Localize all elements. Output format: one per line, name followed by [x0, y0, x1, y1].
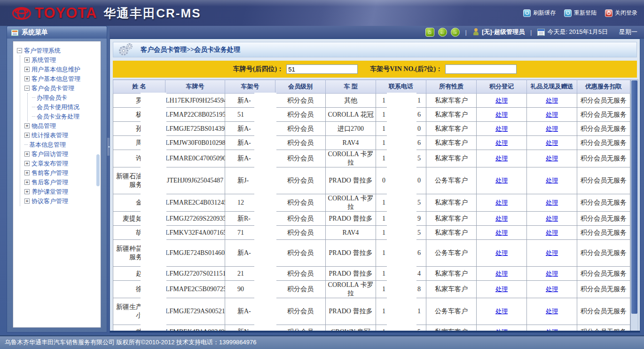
sidebar-subitem-1[interactable]: 会员卡使用情况: [32, 103, 100, 112]
phone-first-digit: 0: [382, 177, 385, 184]
sidebar-item-label[interactable]: 物品管理: [31, 122, 56, 129]
sidebar-item-label[interactable]: 客户会员卡管理: [31, 85, 74, 92]
sidebar-item-12[interactable]: +协议客户管理: [24, 197, 100, 206]
sidebar-item-label[interactable]: 系统管理: [31, 56, 56, 63]
sidebar-item-label[interactable]: 售后客户管理: [31, 179, 68, 186]
gift-process-link[interactable]: 处理: [546, 229, 558, 236]
points-process-link[interactable]: 处理: [495, 270, 508, 277]
expand-icon[interactable]: +: [24, 198, 30, 204]
sidebar-item-7[interactable]: +客户回访管理: [24, 150, 100, 159]
plate-cell: LFMGJE729AS005216: [165, 298, 225, 325]
expand-icon[interactable]: +: [24, 76, 30, 81]
gift-process-link[interactable]: 处理: [546, 215, 558, 222]
gift-process-link[interactable]: 处理: [546, 286, 558, 293]
user-name: [无]-超级管理员: [482, 28, 525, 36]
expand-icon[interactable]: +: [24, 170, 30, 175]
tree-scrollbar-thumb[interactable]: [96, 154, 100, 186]
sidebar-item-10[interactable]: +售后客户管理: [24, 178, 100, 187]
points-process-link[interactable]: 处理: [495, 155, 508, 162]
plate-input[interactable]: [286, 64, 358, 74]
name-cell: 周: [113, 136, 165, 150]
service-deduct-cell: 积分会员无服务: [577, 267, 630, 281]
sidebar-subitem-label[interactable]: 会员卡业务处理: [37, 113, 79, 120]
collapse-icon[interactable]: −: [17, 48, 22, 53]
table-scrollbar[interactable]: [630, 79, 638, 333]
sidebar-item-11[interactable]: +养护课堂管理: [24, 187, 100, 197]
sidebar-item-label[interactable]: 用户基本信息维护: [31, 66, 80, 73]
tree-root-item[interactable]: −客户管理系统: [17, 46, 100, 56]
sidebar-item-label[interactable]: 文章发布管理: [31, 160, 68, 167]
table-scrollbar-thumb[interactable]: [631, 80, 637, 314]
redaction-mask: [387, 149, 416, 168]
sidebar-item-label[interactable]: 养护课堂管理: [31, 188, 68, 195]
expand-icon[interactable]: +: [24, 151, 30, 157]
expand-icon[interactable]: +: [24, 67, 30, 72]
points-process-link[interactable]: 处理: [495, 229, 508, 236]
gift-process-link[interactable]: 处理: [546, 328, 558, 333]
phone-first-digit: 1: [382, 97, 385, 104]
sidebar-item-label[interactable]: 基本信息管理: [29, 141, 66, 148]
gift-process-link[interactable]: 处理: [546, 199, 558, 206]
points-process-link[interactable]: 处理: [495, 125, 508, 132]
gift-process-link[interactable]: 处理: [546, 270, 558, 277]
service-deduct-cell: 积分会员无服务: [577, 108, 630, 122]
sidebar-item-label[interactable]: 客户基本信息管理: [31, 75, 80, 82]
points-process-link[interactable]: 处理: [495, 139, 508, 146]
sidebar-item-9[interactable]: +售前客户管理: [24, 168, 100, 178]
tree-root-label[interactable]: 客户管理系统: [24, 47, 61, 54]
points-process-link[interactable]: 处理: [495, 328, 508, 333]
gift-process-link[interactable]: 处理: [546, 111, 558, 118]
sidebar-item-label[interactable]: 统计报表管理: [31, 132, 68, 139]
sidebar-subitem-label[interactable]: 办理会员卡: [37, 94, 67, 101]
gift-process-link[interactable]: 处理: [546, 125, 558, 132]
sidebar-item-6[interactable]: 基本信息管理: [24, 140, 100, 150]
back-button[interactable]: ←: [438, 28, 447, 37]
expand-icon[interactable]: +: [24, 57, 30, 63]
vin-input[interactable]: [445, 64, 517, 74]
expand-icon[interactable]: +: [24, 180, 30, 185]
gift-process-link[interactable]: 处理: [546, 97, 558, 104]
collapse-icon[interactable]: −: [24, 86, 30, 91]
sidebar-item-0[interactable]: +系统管理: [24, 56, 100, 65]
sidebar-item-2[interactable]: +客户基本信息管理: [24, 74, 100, 84]
sidebar-item-8[interactable]: +文章发布管理: [24, 159, 100, 168]
home-button[interactable]: ⌂: [425, 28, 434, 37]
points-cell: 处理: [477, 136, 527, 150]
expand-icon[interactable]: +: [24, 133, 30, 138]
sidebar-item-4[interactable]: +物品管理: [24, 121, 100, 131]
points-process-link[interactable]: 处理: [495, 177, 508, 184]
header-action-0[interactable]: 刷新缓存: [523, 9, 556, 17]
forward-button[interactable]: →: [451, 28, 460, 37]
expand-icon[interactable]: +: [24, 161, 30, 166]
vin-text: LFMGJ27207S021151: [165, 270, 226, 277]
header-action-1[interactable]: 重新登陆: [564, 9, 597, 17]
points-process-link[interactable]: 处理: [495, 215, 508, 222]
expand-icon[interactable]: +: [24, 189, 30, 194]
gift-process-link[interactable]: 处理: [546, 139, 558, 146]
phone-last-digit: 6: [417, 249, 421, 257]
gift-process-link[interactable]: 处理: [546, 308, 558, 315]
points-process-link[interactable]: 处理: [495, 286, 508, 293]
plate-cell: LFMAPE2C5B0907251: [165, 281, 225, 298]
redaction-mask: [141, 324, 166, 333]
sidebar-item-label[interactable]: 售前客户管理: [31, 169, 68, 176]
redaction-mask: [387, 239, 416, 267]
gift-process-link[interactable]: 处理: [546, 249, 558, 256]
expand-icon[interactable]: +: [24, 123, 30, 128]
sidebar-subitem-0[interactable]: 办理会员卡: [32, 93, 100, 103]
gift-process-link[interactable]: 处理: [546, 155, 558, 162]
sidebar-subitem-2[interactable]: 会员卡业务处理: [32, 112, 100, 121]
sidebar-item-1[interactable]: +用户基本信息维护: [24, 65, 100, 74]
gift-process-link[interactable]: 处理: [546, 177, 558, 184]
sidebar-subitem-label[interactable]: 会员卡使用情况: [37, 103, 79, 111]
points-process-link[interactable]: 处理: [495, 308, 508, 315]
points-process-link[interactable]: 处理: [495, 97, 508, 104]
sidebar-item-label[interactable]: 客户回访管理: [31, 151, 68, 158]
points-process-link[interactable]: 处理: [495, 111, 508, 118]
sidebar-item-label[interactable]: 协议客户管理: [31, 198, 68, 205]
sidebar-item-3[interactable]: −客户会员卡管理: [24, 84, 100, 93]
points-process-link[interactable]: 处理: [495, 249, 508, 256]
points-process-link[interactable]: 处理: [495, 199, 508, 206]
sidebar-item-5[interactable]: +统计报表管理: [24, 131, 100, 140]
header-action-2[interactable]: 关闭登录: [605, 9, 637, 17]
